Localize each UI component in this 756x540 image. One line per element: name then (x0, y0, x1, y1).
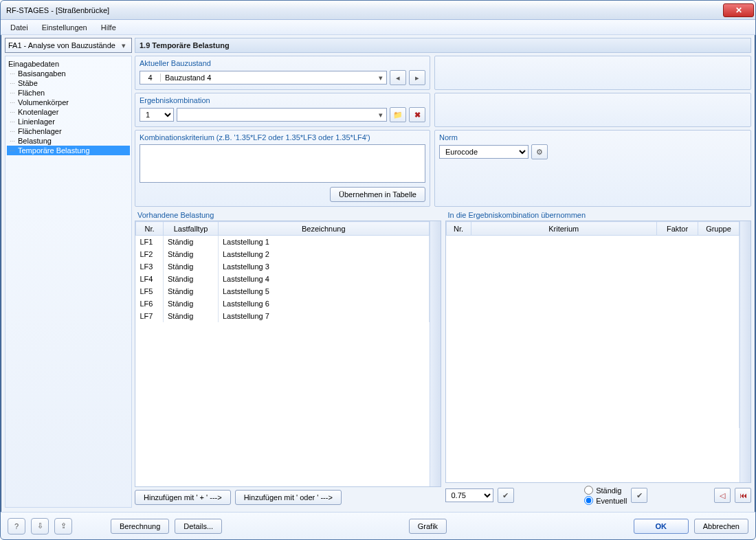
empty-top-group (434, 56, 751, 90)
chevron-down-icon: ▾ (375, 74, 386, 82)
bauzustand-name: Bauzustand 4 (161, 74, 375, 82)
menubar: Datei Einstellungen Hilfe (1, 20, 755, 35)
empty-mid-group (434, 93, 751, 127)
chevron-down-icon: ▾ (119, 41, 129, 50)
ergebniskombination-num[interactable]: 1 (140, 108, 174, 122)
tree-item-fl-chenlager[interactable]: Flächenlager (7, 126, 130, 136)
next-button[interactable]: ▸ (409, 70, 425, 85)
tree-item-volumenk-rper[interactable]: Volumenkörper (7, 98, 130, 107)
radio-eventuell[interactable]: Eventuell (584, 496, 627, 505)
remove-last-button[interactable]: ◁ (714, 488, 731, 503)
table-row[interactable]: LF7StändigLaststellung 7 (136, 310, 430, 322)
uebernommen-label: In die Ergebniskombination übernommen (445, 210, 752, 221)
grafik-button[interactable]: Grafik (409, 519, 447, 534)
tree-root[interactable]: Einagabedaten (7, 59, 130, 69)
col-nr-2[interactable]: Nr. (446, 222, 471, 236)
tree-item-knotenlager[interactable]: Knotenlager (7, 107, 130, 117)
kombinationskriterium-group: Kombinationskriterium (z.B. '1.35*LF2 od… (135, 130, 430, 207)
remove-all-button[interactable]: ⏮ (735, 488, 751, 503)
col-gruppe[interactable]: Gruppe (698, 222, 740, 236)
section-header: 1.9 Temporäre Belastung (135, 38, 751, 53)
import-button[interactable]: ⇩ (31, 518, 49, 535)
bauzustand-select[interactable]: 4 Bauzustand 4 ▾ (140, 71, 387, 85)
radio-staendig[interactable]: Ständig (584, 486, 627, 495)
vorhandene-table[interactable]: Nr. Lastfalltyp Bezeichnung LF1StändigLa… (135, 221, 430, 486)
ergebniskombination-select[interactable]: ▾ (177, 108, 387, 122)
uebernehmen-button[interactable]: Übernehmen in Tabelle (330, 187, 425, 202)
scrollbar[interactable] (430, 221, 441, 486)
hinzufuegen-oder-button[interactable]: Hinzufügen mit ' oder ' ---> (235, 490, 342, 505)
table-row[interactable]: LF6StändigLaststellung 6 (136, 297, 430, 310)
menu-datei[interactable]: Datei (5, 22, 34, 33)
type-radio-group: Ständig Eventuell (580, 486, 627, 505)
col-bezeichnung[interactable]: Bezeichnung (219, 222, 430, 236)
apply-type-button[interactable]: ✔ (631, 488, 647, 503)
norm-settings-button[interactable]: ⚙ (531, 144, 548, 159)
vorhandene-belastung-label: Vorhandene Belastung (135, 210, 441, 221)
table-row[interactable]: LF3StändigLaststellung 3 (136, 260, 430, 273)
menu-hilfe[interactable]: Hilfe (96, 22, 122, 33)
ergebniskombination-label: Ergebniskombination (140, 96, 425, 107)
scrollbar[interactable] (740, 221, 751, 482)
titlebar: RF-STAGES - [Straßenbrücke] ✕ (1, 1, 755, 20)
window-title: RF-STAGES - [Straßenbrücke] (6, 6, 723, 14)
menu-einstellungen[interactable]: Einstellungen (36, 22, 93, 33)
col-faktor[interactable]: Faktor (657, 222, 698, 236)
apply-faktor-button[interactable]: ✔ (498, 488, 514, 503)
fa-selector-label: FA1 - Analyse von Bauzustände (8, 41, 115, 49)
ok-button[interactable]: OK (634, 519, 689, 534)
delete-button[interactable]: ✖ (409, 107, 425, 122)
close-button[interactable]: ✕ (723, 3, 754, 17)
bauzustand-num: 4 (140, 74, 161, 82)
details-button[interactable]: Details... (175, 519, 222, 534)
table-row[interactable]: LF5StändigLaststellung 5 (136, 285, 430, 297)
chevron-down-icon: ▾ (375, 111, 386, 120)
kombinationskriterium-label: Kombinationskriterium (z.B. '1.35*LF2 od… (140, 133, 425, 144)
faktor-select[interactable]: 0.75 (445, 488, 493, 502)
export-button[interactable]: ⇪ (54, 518, 72, 535)
table-row[interactable]: LF1StändigLaststellung 1 (136, 236, 430, 248)
tree-item-belastung[interactable]: Belastung (7, 136, 130, 146)
ergebniskombination-group: Ergebniskombination 1 ▾ 📁 ✖ (135, 93, 430, 127)
table-row[interactable]: LF2StändigLaststellung 2 (136, 248, 430, 260)
tree-item-basisangaben[interactable]: Basisangaben (7, 69, 130, 78)
col-kriterium[interactable]: Kriterium (471, 222, 657, 236)
kombinationskriterium-input[interactable] (140, 144, 425, 183)
fa-selector[interactable]: FA1 - Analyse von Bauzustände ▾ (5, 38, 132, 53)
table-row[interactable]: LF4StändigLaststellung 4 (136, 273, 430, 285)
abbrechen-button[interactable]: Abbrechen (694, 519, 748, 534)
nav-tree: Einagabedaten BasisangabenStäbeFlächenVo… (5, 56, 132, 508)
footer: ? ⇩ ⇪ Berechnung Details... Grafik OK Ab… (1, 512, 755, 539)
norm-label: Norm (439, 133, 746, 144)
col-lastfalltyp[interactable]: Lastfalltyp (164, 222, 219, 236)
tree-item-st-be[interactable]: Stäbe (7, 78, 130, 88)
hinzufuegen-plus-button[interactable]: Hinzufügen mit ' + ' ---> (135, 490, 231, 505)
help-button[interactable]: ? (8, 518, 25, 535)
aktueller-bauzustand-label: Aktueller Bauzustand (140, 59, 425, 70)
norm-group: Norm Eurocode ⚙ (434, 130, 751, 207)
berechnung-button[interactable]: Berechnung (111, 519, 169, 534)
col-nr[interactable]: Nr. (136, 222, 164, 236)
aktueller-bauzustand-group: Aktueller Bauzustand 4 Bauzustand 4 ▾ ◂ … (135, 56, 430, 90)
tree-item-fl-chen[interactable]: Flächen (7, 88, 130, 98)
uebernommen-table[interactable]: Nr. Kriterium Faktor Gruppe (446, 221, 740, 482)
folder-open-icon[interactable]: 📁 (390, 107, 406, 122)
norm-select[interactable]: Eurocode (439, 145, 529, 159)
uebernommen-group: In die Ergebniskombination übernommen Nr… (445, 210, 752, 508)
tree-item-tempor-re-belastung[interactable]: Temporäre Belastung (7, 146, 130, 155)
tree-item-linienlager[interactable]: Linienlager (7, 117, 130, 126)
prev-button[interactable]: ◂ (390, 70, 406, 85)
vorhandene-belastung-group: Vorhandene Belastung Nr. Lastfalltyp Bez… (135, 210, 441, 508)
